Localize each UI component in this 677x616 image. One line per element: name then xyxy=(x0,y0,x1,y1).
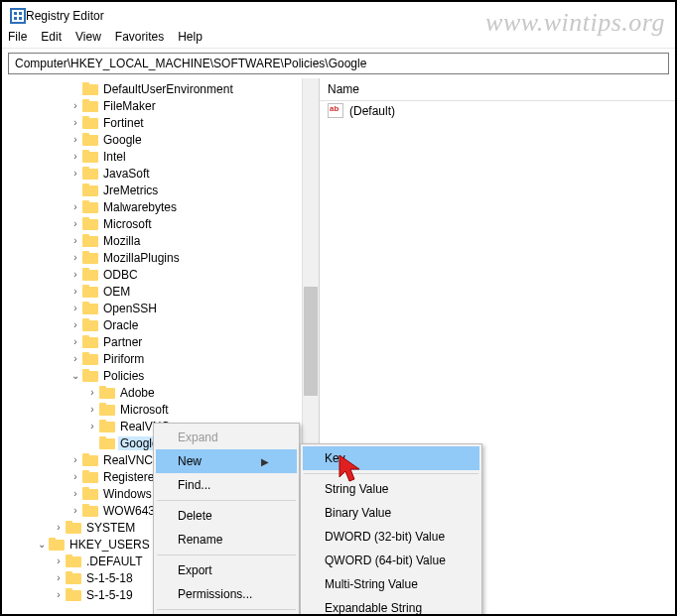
expand-icon[interactable]: › xyxy=(69,201,81,212)
separator xyxy=(157,609,296,610)
expand-icon[interactable]: › xyxy=(86,404,98,415)
expand-icon[interactable]: › xyxy=(69,505,81,516)
tree-item[interactable]: ›Malwarebytes xyxy=(2,198,319,215)
tree-item[interactable]: ›Fortinet xyxy=(2,114,319,131)
ctx-new-string[interactable]: String Value xyxy=(303,477,479,501)
folder-icon xyxy=(82,470,98,483)
tree-item[interactable]: ›Mozilla xyxy=(2,232,319,249)
expand-icon[interactable]: › xyxy=(69,269,81,280)
tree-item[interactable]: ›OpenSSH xyxy=(2,300,319,316)
ctx-new-binary[interactable]: Binary Value xyxy=(303,501,479,525)
ctx-expand[interactable]: Expand xyxy=(156,426,297,449)
menu-view[interactable]: View xyxy=(75,30,101,44)
ctx-new-key[interactable]: Key xyxy=(303,446,479,470)
tree-item-label: Windows xyxy=(101,487,154,501)
tree-item[interactable]: ›Microsoft xyxy=(2,215,319,232)
expand-icon[interactable]: › xyxy=(69,168,81,179)
ctx-new-multi-string[interactable]: Multi-String Value xyxy=(303,572,479,596)
folder-icon xyxy=(49,538,65,551)
tree-item[interactable]: DefaultUserEnvironment xyxy=(2,80,319,97)
expand-icon[interactable]: › xyxy=(53,522,65,533)
expand-icon[interactable]: › xyxy=(69,471,81,482)
folder-icon xyxy=(82,268,98,281)
tree-item[interactable]: ›Partner xyxy=(2,333,319,350)
folder-icon xyxy=(66,571,81,584)
tree-item-label: Microsoft xyxy=(101,217,154,231)
tree-item[interactable]: ›ODBC xyxy=(2,266,319,283)
window-title: Registry Editor xyxy=(26,9,104,23)
tree-item-label: Malwarebytes xyxy=(101,200,179,214)
menu-favorites[interactable]: Favorites xyxy=(115,30,164,44)
tree-item[interactable]: ›Adobe xyxy=(2,384,319,401)
list-header-name[interactable]: Name xyxy=(320,78,675,101)
expand-icon[interactable]: › xyxy=(69,134,81,145)
expand-icon[interactable]: › xyxy=(86,387,98,398)
expand-icon[interactable]: › xyxy=(69,218,81,229)
tree-item-label: .DEFAULT xyxy=(84,554,144,568)
expand-icon[interactable]: › xyxy=(86,421,98,431)
expand-icon[interactable]: › xyxy=(69,454,81,465)
expand-icon[interactable]: › xyxy=(69,319,81,330)
list-item-default[interactable]: (Default) xyxy=(320,101,675,120)
tree-item[interactable]: JreMetrics xyxy=(2,182,319,198)
tree-item-label: OEM xyxy=(101,285,132,299)
folder-icon xyxy=(82,302,98,314)
address-bar[interactable]: Computer\HKEY_LOCAL_MACHINE\SOFTWARE\Pol… xyxy=(8,53,669,74)
expand-icon[interactable]: › xyxy=(69,303,81,313)
expand-icon[interactable]: › xyxy=(69,100,81,111)
ctx-permissions[interactable]: Permissions... xyxy=(156,582,297,606)
tree-item[interactable]: ›Google xyxy=(2,131,319,148)
tree-item[interactable]: ›MozillaPlugins xyxy=(2,249,319,266)
list-item-label: (Default) xyxy=(349,104,395,118)
ctx-new-qword[interactable]: QWORD (64-bit) Value xyxy=(303,549,479,572)
ctx-delete[interactable]: Delete xyxy=(156,504,297,528)
tree-item[interactable]: ⌄Policies xyxy=(2,367,319,384)
expand-icon[interactable]: › xyxy=(53,572,65,583)
folder-icon xyxy=(82,150,98,163)
collapse-icon[interactable]: ⌄ xyxy=(69,370,81,381)
ctx-export[interactable]: Export xyxy=(156,558,297,582)
tree-item[interactable]: ›FileMaker xyxy=(2,97,319,114)
tree-item[interactable]: ›OEM xyxy=(2,283,319,300)
tree-item-label: S-1-5-18 xyxy=(84,571,135,585)
folder-icon xyxy=(99,420,115,432)
ctx-find[interactable]: Find... xyxy=(156,473,297,497)
folder-icon xyxy=(82,335,98,348)
folder-icon xyxy=(82,167,98,180)
expand-icon[interactable]: › xyxy=(69,488,81,499)
folder-icon xyxy=(82,285,98,298)
folder-icon xyxy=(99,436,115,449)
ctx-new-dword[interactable]: DWORD (32-bit) Value xyxy=(303,525,479,549)
tree-item-label: Mozilla xyxy=(101,234,142,248)
ctx-new[interactable]: New▶ xyxy=(156,449,297,473)
expand-icon[interactable]: › xyxy=(69,353,81,364)
expand-icon[interactable]: › xyxy=(69,117,81,128)
tree-item-label: Partner xyxy=(101,335,144,349)
expand-icon[interactable]: › xyxy=(53,555,65,566)
expand-icon[interactable]: › xyxy=(69,286,81,297)
tree-item[interactable]: ›Piriform xyxy=(2,350,319,367)
expand-icon[interactable]: › xyxy=(69,336,81,347)
tree-item-label: JreMetrics xyxy=(101,184,160,197)
menu-help[interactable]: Help xyxy=(178,30,203,44)
expand-icon[interactable]: › xyxy=(69,252,81,263)
expand-icon[interactable]: › xyxy=(53,589,65,600)
ctx-rename[interactable]: Rename xyxy=(156,528,297,552)
tree-item-label: JavaSoft xyxy=(101,167,152,181)
tree-item[interactable]: ›Oracle xyxy=(2,316,319,333)
tree-item[interactable]: ›Intel xyxy=(2,148,319,165)
folder-icon xyxy=(82,184,98,196)
menu-file[interactable]: File xyxy=(8,30,27,44)
ctx-new-expandable-string[interactable]: Expandable String Value xyxy=(303,596,479,616)
tree-item-label: Adobe xyxy=(118,386,157,400)
expand-icon[interactable]: › xyxy=(69,151,81,162)
expand-icon[interactable]: › xyxy=(69,235,81,246)
tree-item-label: Intel xyxy=(101,150,128,164)
menu-edit[interactable]: Edit xyxy=(41,30,62,44)
tree-item-label: HKEY_USERS xyxy=(68,538,152,552)
tree-item-label: FileMaker xyxy=(101,99,158,113)
folder-icon xyxy=(82,453,98,466)
collapse-icon[interactable]: ⌄ xyxy=(36,539,48,550)
tree-item[interactable]: ›Microsoft xyxy=(2,401,319,418)
tree-item[interactable]: ›JavaSoft xyxy=(2,165,319,182)
